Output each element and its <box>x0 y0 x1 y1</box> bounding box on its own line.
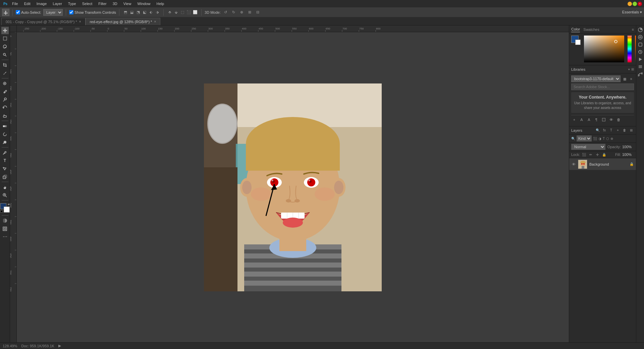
lib-delete-btn[interactable]: 🗑 <box>615 117 622 123</box>
3d-rotate[interactable]: ↺ <box>223 9 229 15</box>
tab-2[interactable]: red-eye-effect.jpg @ 128% (RGB/8*) * × <box>86 18 161 25</box>
lock-paint-btn[interactable]: ✏ <box>588 152 593 157</box>
zoom-tool[interactable] <box>1 191 9 199</box>
lib-char-style-btn[interactable]: A <box>586 117 592 123</box>
menu-filter[interactable]: Filter <box>96 1 109 6</box>
styles-btn[interactable] <box>637 42 643 48</box>
lib-add-btn[interactable]: + <box>571 117 577 123</box>
lib-dropdown[interactable]: bootstrap3-1170-default <box>571 75 621 82</box>
path-selection-tool[interactable] <box>1 165 9 172</box>
menu-help[interactable]: Help <box>154 1 167 6</box>
distribute-5[interactable]: ⬜ <box>192 9 198 15</box>
layers-filter-type[interactable]: T <box>603 137 605 140</box>
history-panel-btn[interactable] <box>637 49 643 55</box>
minimize-button[interactable]: _ <box>628 2 632 6</box>
layers-filter-adj[interactable]: ◑ <box>598 137 601 140</box>
menu-layer[interactable]: Layer <box>50 1 65 6</box>
tab-1-close[interactable]: × <box>79 20 81 23</box>
clone-stamp-tool[interactable] <box>1 96 9 103</box>
color-panel-btn[interactable] <box>637 27 643 33</box>
menu-select[interactable]: Select <box>79 1 95 6</box>
rectangle-select-tool[interactable] <box>1 35 9 42</box>
menu-window[interactable]: Window <box>135 1 153 6</box>
eraser-tool[interactable] <box>1 112 9 119</box>
layers-filter-shape[interactable]: ⬡ <box>606 137 609 140</box>
libraries-expand[interactable]: ⊞ <box>631 67 634 71</box>
brush-tool[interactable] <box>1 88 9 95</box>
background-color[interactable] <box>4 207 10 213</box>
auto-select-checkbox[interactable] <box>16 10 20 14</box>
menu-type[interactable]: Type <box>65 1 79 6</box>
eyedropper-tool[interactable] <box>1 69 9 77</box>
lib-text-btn[interactable]: A <box>579 117 585 123</box>
swatches-tab[interactable]: Swatches <box>583 27 599 32</box>
essentials-label[interactable]: Essentials ▾ <box>622 10 642 14</box>
menu-file[interactable]: File <box>9 1 21 6</box>
lib-swatch-btn[interactable] <box>601 117 607 123</box>
tab-2-close[interactable]: × <box>154 20 156 23</box>
layers-filter-pixel[interactable]: ⬛ <box>593 137 597 140</box>
lock-all-btn[interactable]: 🔒 <box>601 152 607 157</box>
quick-select-tool[interactable] <box>1 51 9 58</box>
pen-tool[interactable] <box>1 149 9 156</box>
lock-position-btn[interactable]: ✛ <box>595 152 600 157</box>
heal-tool[interactable] <box>1 80 9 87</box>
align-center-h[interactable]: ⬓ <box>129 9 135 15</box>
color-gradient-picker[interactable] <box>584 36 624 62</box>
distribute-v[interactable]: ⬙ <box>173 9 179 15</box>
distribute-h[interactable]: ⬘ <box>167 9 173 15</box>
layers-kind-select[interactable]: Kind <box>577 135 592 141</box>
fill-input[interactable] <box>622 153 634 157</box>
extras-button[interactable]: ⋯ <box>1 233 9 240</box>
opacity-input[interactable] <box>622 145 634 149</box>
maximize-button[interactable]: □ <box>633 2 637 6</box>
channels-btn[interactable] <box>637 64 643 70</box>
layer-add-mask-btn[interactable]: T <box>608 128 614 133</box>
distribute-4[interactable]: ⬛ <box>186 9 192 15</box>
paths-btn[interactable] <box>637 71 643 77</box>
align-top-edges[interactable]: ⬕ <box>142 9 148 15</box>
layers-blend-mode[interactable]: Normal <box>571 144 605 150</box>
layer-filter-btn[interactable]: 🔍 <box>595 128 600 133</box>
blur-tool[interactable] <box>1 130 9 138</box>
gradient-tool[interactable] <box>1 122 9 130</box>
align-left-edges[interactable]: ⬒ <box>122 9 128 15</box>
color-panel-collapse[interactable]: ≡ <box>632 27 634 32</box>
swap-colors[interactable]: ⇄ <box>8 203 10 206</box>
default-colors[interactable] <box>0 210 3 213</box>
color-tab[interactable]: Color <box>571 26 580 32</box>
show-transform-checkbox[interactable] <box>69 10 73 14</box>
layer-add-fx-btn[interactable]: fx <box>602 128 607 133</box>
color-spectrum[interactable] <box>628 36 632 63</box>
lock-transparent-btn[interactable]: ⬛ <box>581 152 587 157</box>
3d-slide[interactable]: ⊞ <box>247 9 253 15</box>
align-center-v[interactable]: ⬖ <box>148 9 154 15</box>
3d-scale[interactable]: ⊟ <box>255 9 261 15</box>
move-tool[interactable] <box>1 27 9 34</box>
hand-tool[interactable] <box>1 183 9 191</box>
layer-expand-btn[interactable]: ⊞ <box>629 128 634 133</box>
text-tool[interactable]: T <box>1 157 9 164</box>
3d-drag[interactable]: ⊕ <box>239 9 245 15</box>
quick-mask[interactable] <box>1 217 9 224</box>
layers-filter-smart[interactable]: ⊕ <box>610 137 613 140</box>
actions-btn[interactable] <box>637 56 643 62</box>
menu-view[interactable]: View <box>121 1 134 6</box>
layer-eye-icon[interactable]: 👁 <box>571 162 576 167</box>
close-button[interactable]: × <box>638 2 642 6</box>
shape-tool[interactable] <box>1 173 9 180</box>
adjustments-btn[interactable] <box>637 34 643 40</box>
bg-color-box[interactable] <box>575 40 581 45</box>
lib-visibility-btn[interactable]: 👁 <box>608 117 614 123</box>
distribute-3[interactable]: ⬚ <box>179 9 185 15</box>
layer-new-layer-btn[interactable]: + <box>615 128 621 133</box>
history-brush-tool[interactable] <box>1 104 9 111</box>
screen-mode[interactable] <box>1 225 9 232</box>
menu-image[interactable]: Image <box>34 1 50 6</box>
tab-1[interactable]: 001 - Copy - Copy.psd @ 75.1% (RGB/8*) *… <box>1 18 86 25</box>
menu-3d[interactable]: 3D <box>110 1 120 6</box>
lib-list-view[interactable]: ≡ <box>629 76 634 81</box>
move-tool-icon[interactable] <box>2 9 9 16</box>
align-bottom-edges[interactable]: ⬗ <box>154 9 160 15</box>
3d-roll[interactable]: ↻ <box>231 9 237 15</box>
